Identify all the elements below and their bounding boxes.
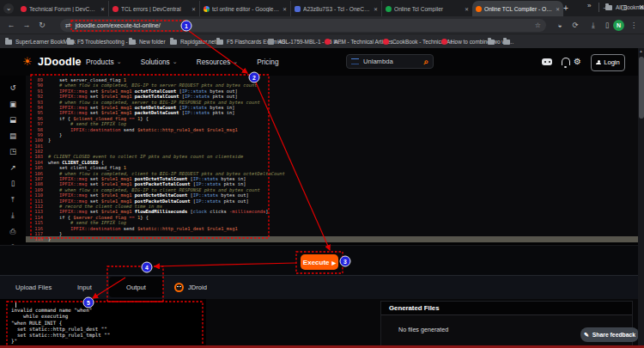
chevron-down-icon: ⌄ [173, 58, 178, 65]
browser-tab[interactable]: A23z8u7S3 - Tcl - OneCompiler✕ [290, 1, 381, 16]
browser-menu-icon[interactable]: ⋮ [628, 19, 640, 31]
share-feedback-label: Share feedback [592, 332, 635, 338]
console-text: invalid command name "when" while execut… [11, 308, 110, 345]
bookmark-star-icon[interactable]: ☆ [535, 21, 541, 29]
code-editor[interactable]: 89 set server_closed_flag 190 # when flo… [26, 76, 638, 243]
forward-icon[interactable]: → [21, 19, 33, 31]
folder-icon [503, 40, 510, 45]
all-bookmarks-button[interactable]: All Bookmarks [605, 0, 644, 15]
new-tab-button[interactable]: + [560, 3, 572, 15]
tab-jdroid[interactable]: JDroid [174, 275, 207, 299]
jdoodle-logo-text[interactable]: JDoodle [38, 56, 82, 68]
nav-label: Products [86, 58, 114, 66]
browser-tab[interactable]: TCL errors | DevCentral✕ [108, 1, 199, 16]
tab-close-icon[interactable]: ✕ [283, 6, 287, 12]
tab-close-icon[interactable]: ✕ [191, 6, 196, 12]
tab-upload-files[interactable]: Upload Files [15, 275, 52, 299]
print-icon[interactable]: ⎙ [0, 226, 26, 236]
scrollbar-up-icon[interactable]: ▲ [638, 48, 644, 55]
scrollbar-thumb[interactable] [639, 57, 644, 119]
bookmark-item[interactable]: SuperLearner BookMark [5, 34, 76, 49]
bookmark-item[interactable] [503, 34, 510, 49]
chevron-down-icon: ⌄ [117, 58, 122, 65]
search-icon[interactable]: ⌕ [423, 57, 428, 67]
profile-avatar[interactable]: N [613, 20, 624, 31]
nav-item-solutions[interactable]: Solutions⌄ [141, 58, 178, 66]
download-icon[interactable]: ⤓ [0, 210, 26, 220]
code-line[interactable]: 118} [26, 236, 638, 241]
nav-label: Pricing [257, 58, 278, 66]
nav-item-products[interactable]: Products⌄ [86, 58, 122, 66]
execute-button[interactable]: Execute ▶ [301, 254, 338, 270]
side-panel-icon[interactable]: ▯ [601, 19, 613, 31]
extension-icon[interactable]: ◒ [554, 19, 566, 31]
record-icon[interactable]: ▣ [0, 99, 26, 109]
login-label: Login [604, 58, 620, 66]
settings-gear-icon[interactable]: ⚙ [574, 57, 581, 66]
share-feedback-button[interactable]: ✎ Share feedback [580, 327, 639, 342]
bookmark-label: F5 Troubleshooting - 1... [77, 39, 137, 45]
bookmark-item[interactable]: Rapidgator.net [170, 34, 216, 49]
f5-icon [441, 39, 447, 45]
output-console[interactable]: invalid command name "when" while execut… [0, 299, 206, 348]
bookmarks-overflow-icon[interactable]: » [587, 2, 591, 9]
generated-files-title: Generated Files [381, 302, 632, 315]
tab-close-icon[interactable]: ✕ [465, 6, 469, 12]
page-icon [268, 39, 274, 45]
tab-input[interactable]: Input [77, 275, 92, 299]
bookmarks-bar: SuperLearner BookMarkF5 Troubleshooting … [0, 34, 644, 49]
upload-icon[interactable]: ⤒ [0, 194, 26, 205]
io-tab-bar [0, 275, 644, 300]
reload-icon[interactable]: ↻ [36, 19, 48, 31]
folder-icon [216, 40, 223, 45]
search-input[interactable] [363, 58, 413, 65]
bookmark-item[interactable] [488, 34, 495, 49]
f5-icon [325, 39, 331, 45]
extension-sync-icon[interactable]: ⟳ [569, 19, 581, 31]
clipboard-icon[interactable]: ▯ [0, 178, 26, 188]
browser-tab-strip: ⌄ Technical Forum | DevCentral✕TCL error… [0, 0, 644, 16]
url-bar[interactable]: ⇄ jdoodle.com/execute-tcl-online/ ☆ [60, 19, 546, 32]
code-lines: 89 set server_closed_flag 190 # when flo… [26, 77, 638, 242]
browser-tab[interactable]: Technical Forum | DevCentral✕ [17, 1, 108, 16]
pencil-icon: ✎ [584, 332, 589, 339]
discord-icon[interactable] [542, 58, 552, 65]
bookmark-item[interactable]: New folder [129, 34, 166, 49]
browser-tab[interactable]: Online Tcl Compiler✕ [381, 1, 472, 16]
folder-icon [67, 40, 74, 45]
folder-icon [5, 40, 12, 45]
green-favicon [386, 6, 392, 12]
url-text[interactable]: jdoodle.com/execute-tcl-online/ [76, 21, 531, 29]
oc-favicon [295, 6, 301, 12]
site-settings-icon[interactable]: ⇄ [65, 21, 71, 29]
save-icon[interactable]: ⬓ [0, 114, 26, 125]
header-search-box[interactable]: ⌕ [346, 54, 434, 69]
tab-close-icon[interactable]: ✕ [100, 6, 105, 12]
line-number: 118 [26, 236, 48, 241]
browser-tab[interactable]: Online TCL Compiler - Online TCL E✕ [472, 1, 563, 16]
nav-item-resources[interactable]: Resources⌄ [197, 58, 239, 66]
nav-label: Solutions [141, 58, 170, 66]
play-icon: ▶ [332, 259, 337, 266]
screenshot-stage: ⌄ Technical Forum | DevCentral✕TCL error… [0, 0, 644, 348]
bookmark-item[interactable]: F5 Troubleshooting - 1... [67, 34, 137, 49]
back-icon[interactable]: ← [5, 19, 17, 31]
jdoodle-logo-icon[interactable]: ☀ [22, 55, 33, 68]
open-file-icon[interactable]: ▤ [0, 131, 26, 141]
notifications-bell-icon[interactable] [562, 58, 570, 65]
tab-search-icon[interactable]: ⌄ [3, 3, 14, 14]
nav-item-pricing[interactable]: Pricing [257, 58, 278, 66]
screenshot-icon[interactable]: ◳ [0, 146, 26, 156]
share-icon[interactable]: ↗ [0, 162, 26, 173]
tab-title: Technical Forum | DevCentral [29, 6, 98, 12]
downloads-icon[interactable]: ⤓ [587, 19, 599, 31]
tab-output[interactable]: Output [109, 277, 163, 297]
login-button[interactable]: Login [591, 54, 625, 71]
history-icon[interactable]: ↺ [0, 82, 26, 93]
bookmark-label: Rapidgator.net [180, 39, 216, 45]
browser-tab[interactable]: tcl online editor - Google Search✕ [199, 1, 290, 16]
tab-title: tcl online editor - Google Search [212, 6, 280, 12]
jd-favicon [476, 6, 482, 12]
tab-container: Technical Forum | DevCentral✕TCL errors … [17, 0, 563, 16]
tab-close-icon[interactable]: ✕ [374, 6, 378, 12]
